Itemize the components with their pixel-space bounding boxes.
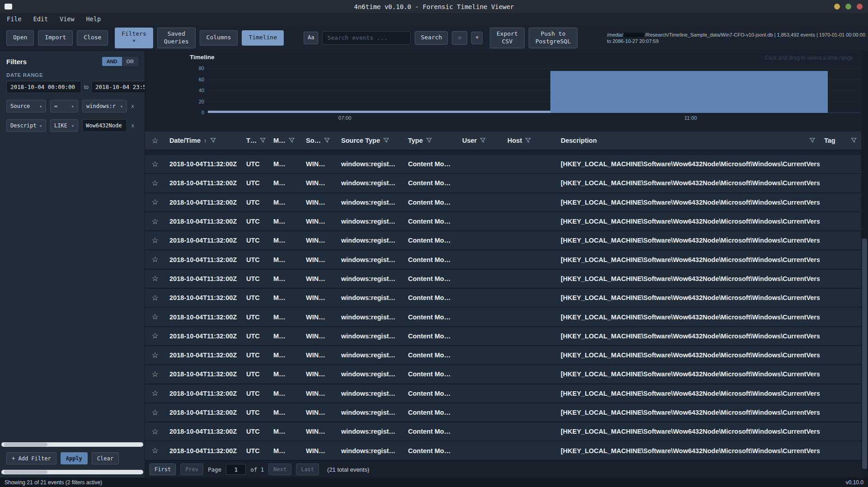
table-row[interactable]: ☆2018-10-04T11:32:00ZUTCM…WIN…windows:re… bbox=[145, 346, 861, 365]
or-toggle[interactable]: OR bbox=[122, 57, 139, 66]
timeline-plot[interactable]: 020406080 bbox=[208, 69, 860, 113]
menu-edit[interactable]: Edit bbox=[28, 13, 54, 25]
scrollbar-thumb[interactable] bbox=[862, 239, 867, 469]
close-button[interactable]: Close bbox=[77, 30, 108, 46]
table-row[interactable]: ☆2018-10-04T11:32:00ZUTCM…WIN…windows:re… bbox=[145, 308, 861, 327]
filter-field-select[interactable]: Source ▾ bbox=[6, 100, 46, 112]
table-row[interactable]: ☆2018-10-04T11:32:00ZUTCM…WIN…windows:re… bbox=[145, 270, 861, 289]
sidebar-horizontal-scrollbar[interactable] bbox=[1, 442, 143, 447]
add-filter-button[interactable]: + Add Filter bbox=[6, 452, 56, 464]
row-star-icon[interactable]: ☆ bbox=[145, 312, 165, 322]
add-search-button[interactable]: + bbox=[471, 32, 483, 44]
row-star-icon[interactable]: ☆ bbox=[145, 389, 165, 398]
date-from-input[interactable] bbox=[6, 81, 81, 93]
column-filter-funnel-icon[interactable] bbox=[525, 138, 531, 143]
column-header-description[interactable]: Description bbox=[556, 131, 820, 150]
push-postgresql-button[interactable]: Push to PostgreSQL bbox=[529, 28, 577, 48]
page-number-input[interactable] bbox=[226, 464, 246, 475]
column-filter-funnel-icon[interactable] bbox=[851, 138, 857, 143]
row-star-icon[interactable]: ☆ bbox=[145, 236, 165, 245]
row-star-icon[interactable]: ☆ bbox=[145, 197, 165, 207]
column-filter-funnel-icon[interactable] bbox=[426, 138, 432, 143]
row-star-icon[interactable]: ☆ bbox=[145, 159, 165, 169]
column-header-tag[interactable]: Tag bbox=[820, 131, 861, 150]
column-header-datetime[interactable]: Date/Time↑ bbox=[165, 131, 242, 150]
prev-page-button[interactable]: Prev bbox=[180, 464, 203, 475]
case-sensitivity-toggle[interactable]: Aa bbox=[304, 32, 318, 44]
window-control-close[interactable] bbox=[857, 4, 863, 9]
filters-toggle-button[interactable]: Filters * bbox=[115, 28, 153, 48]
scrollbar-thumb[interactable] bbox=[4, 470, 47, 474]
menu-file[interactable]: File bbox=[1, 13, 28, 25]
row-star-icon[interactable]: ☆ bbox=[145, 351, 165, 360]
star-search-button[interactable]: ☆ bbox=[452, 31, 467, 45]
table-row[interactable]: ☆2018-10-04T11:32:00ZUTCM…WIN…windows:re… bbox=[145, 174, 861, 193]
saved-queries-button[interactable]: Saved Queries bbox=[157, 28, 196, 48]
row-star-icon[interactable]: ☆ bbox=[145, 370, 165, 379]
column-filter-funnel-icon[interactable] bbox=[480, 138, 486, 143]
table-row[interactable]: ☆2018-10-04T11:32:00ZUTCM…WIN…windows:re… bbox=[145, 441, 861, 460]
scrollbar-thumb[interactable] bbox=[4, 443, 47, 446]
column-header-tz[interactable]: T… bbox=[242, 131, 269, 150]
remove-filter-button[interactable]: x bbox=[131, 122, 134, 129]
import-button[interactable]: Import bbox=[38, 30, 73, 46]
menu-help[interactable]: Help bbox=[80, 13, 107, 25]
column-header-source_type[interactable]: Source Type bbox=[337, 131, 404, 150]
column-header-source[interactable]: So… bbox=[301, 131, 337, 150]
table-row[interactable]: ☆2018-10-04T11:32:00ZUTCM…WIN…windows:re… bbox=[145, 250, 861, 269]
next-page-button[interactable]: Next bbox=[268, 464, 291, 475]
menu-view[interactable]: View bbox=[54, 13, 80, 25]
window-control-maximize[interactable] bbox=[845, 4, 851, 9]
column-header-host[interactable]: Host bbox=[503, 131, 556, 150]
table-row[interactable]: ☆2018-10-04T11:32:00ZUTCM…WIN…windows:re… bbox=[145, 403, 861, 422]
filter-operator-select[interactable]: = ▾ bbox=[50, 100, 78, 112]
row-star-icon[interactable]: ☆ bbox=[145, 274, 165, 283]
apply-button[interactable]: Apply bbox=[61, 452, 88, 464]
filter-field-select[interactable]: Descript ▾ bbox=[6, 119, 46, 132]
row-star-icon[interactable]: ☆ bbox=[145, 217, 165, 226]
table-row[interactable]: ☆2018-10-04T11:32:00ZUTCM…WIN…windows:re… bbox=[145, 422, 861, 441]
remove-filter-button[interactable]: x bbox=[131, 103, 134, 109]
column-filter-funnel-icon[interactable] bbox=[809, 138, 815, 143]
and-toggle[interactable]: AND bbox=[102, 57, 122, 66]
table-row[interactable]: ☆2018-10-04T11:32:00ZUTCM…WIN…windows:re… bbox=[145, 289, 861, 308]
first-page-button[interactable]: First bbox=[150, 464, 176, 475]
clear-button[interactable]: Clear bbox=[92, 452, 119, 464]
table-row[interactable]: ☆2018-10-04T11:32:00ZUTCM…WIN…windows:re… bbox=[145, 193, 861, 212]
table-row[interactable]: ☆2018-10-04T11:32:00ZUTCM…WIN…windows:re… bbox=[145, 155, 861, 174]
open-button[interactable]: Open bbox=[6, 30, 34, 46]
vertical-scrollbar[interactable] bbox=[861, 51, 868, 478]
last-page-button[interactable]: Last bbox=[296, 464, 319, 475]
column-filter-funnel-icon[interactable] bbox=[324, 138, 330, 143]
export-csv-button[interactable]: Export CSV bbox=[490, 28, 525, 48]
column-header-user[interactable]: User bbox=[458, 131, 503, 150]
filter-value-input[interactable] bbox=[82, 119, 127, 132]
search-button[interactable]: Search bbox=[415, 31, 448, 45]
table-row[interactable]: ☆2018-10-04T11:32:00ZUTCM…WIN…windows:re… bbox=[145, 231, 861, 250]
row-star-icon[interactable]: ☆ bbox=[145, 408, 165, 417]
row-star-icon[interactable]: ☆ bbox=[145, 255, 165, 264]
search-input[interactable] bbox=[322, 31, 411, 45]
table-row[interactable]: ☆2018-10-04T11:32:00ZUTCM…WIN…windows:re… bbox=[145, 365, 861, 384]
row-star-icon[interactable]: ☆ bbox=[145, 293, 165, 303]
table-row[interactable]: ☆2018-10-04T11:32:00ZUTCM…WIN…windows:re… bbox=[145, 212, 861, 231]
timeline-histogram-bar[interactable] bbox=[208, 111, 586, 113]
column-filter-funnel-icon[interactable] bbox=[260, 138, 266, 143]
column-header-macb[interactable]: M… bbox=[269, 131, 301, 150]
filter-operator-select[interactable]: LIKE ▾ bbox=[50, 119, 78, 132]
row-star-icon[interactable]: ☆ bbox=[145, 446, 165, 455]
timeline-histogram-bar[interactable] bbox=[550, 71, 828, 113]
sidebar-horizontal-scrollbar-2[interactable] bbox=[1, 470, 143, 474]
columns-button[interactable]: Columns bbox=[200, 30, 238, 46]
column-header-type[interactable]: Type bbox=[404, 131, 458, 150]
table-row[interactable]: ☆2018-10-04T11:32:00ZUTCM…WIN…windows:re… bbox=[145, 327, 861, 346]
table-row[interactable]: ☆2018-10-04T11:32:00ZUTCM…WIN…windows:re… bbox=[145, 384, 861, 403]
column-header-star[interactable]: ☆ bbox=[145, 131, 165, 150]
row-star-icon[interactable]: ☆ bbox=[145, 331, 165, 341]
filter-value-select[interactable]: windows:r ▾ bbox=[82, 100, 127, 112]
timeline-toggle-button[interactable]: Timeline bbox=[242, 30, 284, 46]
column-filter-funnel-icon[interactable] bbox=[383, 138, 389, 143]
column-filter-funnel-icon[interactable] bbox=[210, 138, 216, 143]
window-control-minimize[interactable] bbox=[834, 4, 840, 9]
row-star-icon[interactable]: ☆ bbox=[145, 178, 165, 188]
